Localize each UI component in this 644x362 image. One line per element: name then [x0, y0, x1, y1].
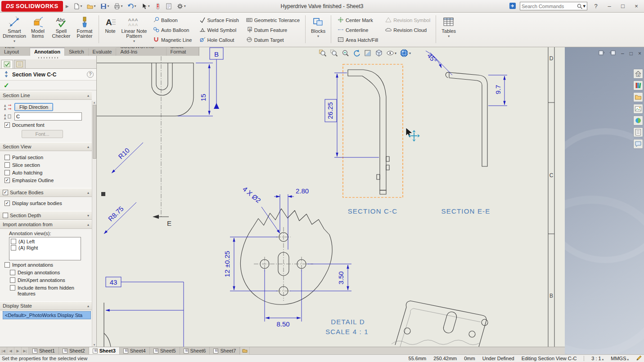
search-box[interactable]: ▾: [520, 2, 587, 10]
group-header-section-line[interactable]: Section Line▴: [0, 91, 92, 100]
sheet-tab-sheet1[interactable]: Sheet1: [29, 347, 59, 354]
centerline-button[interactable]: Centerline: [335, 26, 380, 35]
sheet-tab-sheet3[interactable]: Sheet3: [89, 347, 120, 354]
section-view-button[interactable]: [363, 49, 372, 58]
sheet-tab-sheet2[interactable]: Sheet2: [59, 347, 89, 354]
view-palette-icon[interactable]: [633, 104, 643, 114]
propertymanager-tab[interactable]: [1, 60, 13, 68]
close-button[interactable]: ×: [631, 3, 641, 9]
detail-d-scale-label[interactable]: SCALE 4 : 1: [325, 328, 369, 335]
open-document-button[interactable]: ▾: [86, 2, 96, 10]
revision-symbol-button[interactable]: Revision Symbol: [383, 16, 432, 25]
blocks-button[interactable]: Blocks ▾: [308, 14, 329, 44]
dimension-15[interactable]: 15: [199, 94, 207, 102]
dimension-43[interactable]: 43: [110, 278, 117, 286]
surface-bodies-checkbox[interactable]: [3, 190, 8, 195]
custom-properties-icon[interactable]: [633, 127, 643, 137]
help-button[interactable]: ?: [591, 3, 601, 9]
balloon-button[interactable]: Balloon: [151, 16, 194, 25]
flip-direction-button[interactable]: Flip Direction: [14, 103, 53, 111]
section-marker-b[interactable]: B: [214, 50, 219, 58]
display-style-button[interactable]: ▾: [386, 49, 397, 58]
undo-button[interactable]: ▾: [126, 2, 137, 10]
drawing-sheet[interactable]: D C B B 15 R10 R8.75 E: [97, 47, 565, 347]
dimension-350[interactable]: 3.50: [337, 271, 345, 284]
save-button[interactable]: ▾: [99, 2, 110, 10]
group-header-display-state[interactable]: Display State▴: [0, 301, 92, 310]
emphasize-outline-checkbox[interactable]: [5, 178, 10, 183]
dimxpert-annotations-checkbox[interactable]: [10, 277, 15, 283]
file-explorer-icon[interactable]: [633, 92, 643, 102]
caret-down-icon[interactable]: ▾: [317, 34, 319, 38]
doc-nav-right-icon[interactable]: [610, 50, 616, 57]
dimension-280[interactable]: 2.80: [296, 187, 309, 195]
revision-cloud-button[interactable]: Revision Cloud: [383, 26, 432, 35]
import-annotations-checkbox[interactable]: [5, 262, 10, 268]
dimension-97[interactable]: 9.7: [494, 85, 502, 94]
doc-restore-button[interactable]: □: [630, 50, 633, 57]
group-header-import-annotation[interactable]: Import annotation from▴: [0, 220, 92, 229]
section-marker-e[interactable]: E: [167, 219, 171, 227]
ok-button[interactable]: ✓: [4, 81, 9, 89]
sheet-nav-last-button[interactable]: ▶|: [22, 347, 29, 354]
section-cc-label[interactable]: SECTION C-C: [348, 207, 398, 215]
minimize-button[interactable]: –: [604, 3, 614, 9]
group-header-section-view[interactable]: Section View▴: [0, 142, 92, 151]
auto-hatching-checkbox[interactable]: [5, 170, 10, 175]
panel-resize-grip[interactable]: [0, 56, 96, 59]
detail-d-label[interactable]: DETAIL D: [331, 318, 365, 326]
doc-minimize-button[interactable]: –: [621, 50, 624, 57]
display-state-item[interactable]: <Default>_PhotoWorks Display Sta: [3, 311, 91, 319]
dimension-2625[interactable]: 26.25: [326, 102, 334, 119]
design-library-icon[interactable]: [633, 80, 643, 90]
smart-dimension-button[interactable]: SmartDimension ▾: [3, 14, 26, 44]
sheet-scroll-icon[interactable]: [240, 347, 250, 354]
panel-scrollbar[interactable]: ▴ ▾: [92, 101, 96, 347]
section-depth-checkbox[interactable]: [3, 213, 8, 218]
document-font-checkbox[interactable]: [5, 122, 10, 128]
tables-button[interactable]: Tables ▾: [438, 14, 459, 44]
spell-checker-button[interactable]: Abc SpellChecker: [50, 14, 73, 44]
zoom-fit-button[interactable]: [318, 49, 327, 58]
sheet-tab-sheet6[interactable]: Sheet6: [180, 347, 210, 354]
solidworks-forum-icon[interactable]: [633, 139, 643, 149]
note-button[interactable]: A Note: [101, 14, 119, 44]
design-annotations-checkbox[interactable]: [10, 270, 15, 275]
geometric-tolerance-button[interactable]: Geometric Tolerance: [244, 16, 302, 25]
status-sheet-scale[interactable]: 3 : 1▴: [591, 356, 603, 361]
surface-finish-button[interactable]: Surface Finish: [197, 16, 241, 25]
options-gear-button[interactable]: ▾: [176, 2, 186, 10]
sheet-nav-first-button[interactable]: |◀: [0, 347, 7, 354]
resources-flyout-icon[interactable]: [509, 2, 516, 10]
section-ee-label[interactable]: SECTION E-E: [441, 207, 490, 215]
sheet-properties-button[interactable]: [165, 2, 173, 10]
model-items-button[interactable]: ModelItems: [26, 14, 50, 44]
weld-symbol-button[interactable]: Weld Symbol: [197, 26, 241, 35]
doc-close-button[interactable]: ×: [638, 50, 641, 57]
area-hatch-fill-button[interactable]: Area Hatch/Fill: [335, 36, 380, 45]
edit-sheet-icon[interactable]: [636, 355, 642, 362]
caret-down-icon[interactable]: ▾: [14, 39, 15, 43]
zoom-in-out-button[interactable]: [341, 49, 350, 58]
sheet-tab-sheet5[interactable]: Sheet5: [150, 347, 180, 354]
caret-down-icon[interactable]: ▾: [448, 34, 450, 38]
sheet-nav-next-button[interactable]: ▶: [14, 347, 22, 354]
appearances-scenes-icon[interactable]: [633, 116, 643, 125]
slice-section-checkbox[interactable]: [5, 162, 10, 168]
group-header-surface-bodies[interactable]: Surface Bodies▴: [0, 188, 92, 197]
dimension-850[interactable]: 8.50: [276, 320, 289, 328]
display-surface-bodies-checkbox[interactable]: [5, 201, 10, 206]
view-orientation-button[interactable]: [374, 49, 383, 58]
format-painter-button[interactable]: FormatPainter: [73, 14, 96, 44]
help-icon[interactable]: ?: [87, 71, 94, 78]
magnetic-line-button[interactable]: Magnetic Line: [151, 36, 194, 45]
caret-down-icon[interactable]: ▾: [133, 39, 135, 43]
datum-feature-button[interactable]: ADatum Feature: [244, 26, 302, 35]
sheet-nav-prev-button[interactable]: ◀: [7, 347, 14, 354]
partial-section-checkbox[interactable]: [5, 155, 10, 160]
doc-nav-left-icon[interactable]: [599, 50, 604, 57]
view-settings-button[interactable]: ▾: [399, 48, 411, 58]
print-button[interactable]: ▾: [113, 2, 123, 10]
annotation-views-list[interactable]: (A) Left (A) Right: [9, 237, 81, 260]
datum-target-button[interactable]: Datum Target: [244, 36, 302, 45]
